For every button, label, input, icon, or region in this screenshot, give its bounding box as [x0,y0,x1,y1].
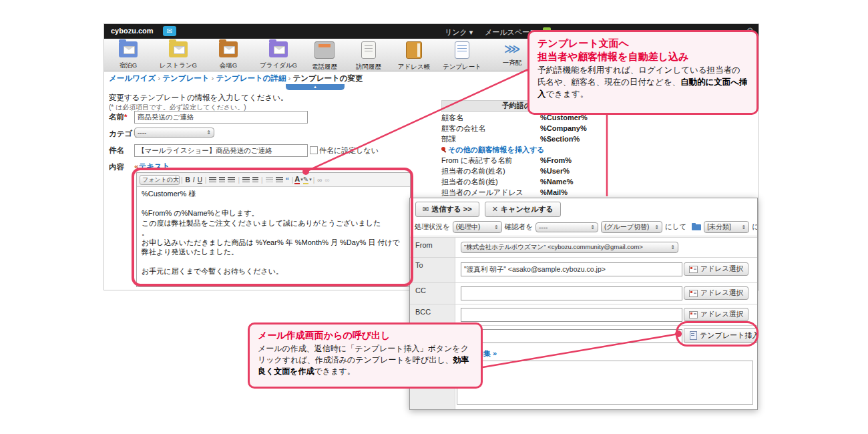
app-kaijo-g[interactable]: 会場G [206,41,250,70]
to-label: To [410,258,455,283]
bcc-input[interactable] [461,308,682,322]
to-row: To "渡真利 朝子" <asako@sample.cybozu.co.jp> … [410,257,757,283]
callout-title: テンプレート文面へ 担当者や顧客情報を自動差し込み [537,37,748,63]
name-label: 名前* [109,112,127,122]
breadcrumb: メールワイズ›テンプレート›テンプレートの詳細›テンプレートの変更 [109,73,363,83]
app-shukuhaku-g[interactable]: 宿泊G [106,41,150,70]
template-doc-icon [690,331,697,340]
cc-label: CC [410,283,455,304]
text-mode-link[interactable]: «テキスト [134,162,170,172]
chevron-down-icon: ▾ [309,177,312,182]
editor-toolbar: フォントの大▾ | B I U | | | “ | A ▾ ✎ ▾ [137,173,410,187]
nishite-label: にして [665,222,686,232]
breadcrumb-template-detail[interactable]: テンプレートの詳細 [216,74,286,82]
breadcrumb-mailwise[interactable]: メールワイズ [109,74,156,82]
chevron-down-icon: ⇕ [654,224,659,230]
screenshot-canvas: cybozu.com ✉ リンク ▾ メールスペース ⚙ 宿泊G レストランG … [0,0,868,434]
chevron-up-icon: ▲ [313,85,317,89]
mail-body-textarea[interactable] [457,361,753,405]
app-phone-history[interactable]: 電話履歴 [302,41,347,71]
address-card-icon [689,290,698,297]
chevron-down-icon: ⇕ [742,224,746,230]
bcc-address-select-button[interactable]: アドレス選択 [684,308,748,321]
confirmer-label: 確認者を [505,222,533,232]
group-switch-select[interactable]: (グループ切替)⇕ [601,221,662,233]
pushpin-icon [441,147,447,152]
ni-label: に [752,222,758,232]
topbar-link-menu[interactable]: リンク ▾ [445,27,473,37]
confirmer-select[interactable]: ----⇕ [535,222,598,232]
status-select[interactable]: (処理中)⇕ [453,221,502,233]
folder-icon [692,224,701,230]
template-body-editor: フォントの大▾ | B I U | | | “ | A ▾ ✎ ▾ [136,172,411,287]
align-center-icon[interactable] [219,177,225,183]
font-size-button[interactable]: フォントの大▾ [140,175,180,185]
highlight-color-button[interactable]: ✎ [303,176,308,184]
app-template[interactable]: テンプレート [440,41,484,71]
chevron-down-icon: ⇕ [590,224,595,230]
app-visit-history[interactable]: 訪問履歴 [347,41,391,71]
numbered-list-icon[interactable] [252,177,258,183]
bullet-list-icon[interactable] [242,177,250,183]
mail-subject-input[interactable] [461,329,682,343]
cybozu-logo: cybozu.com [111,27,154,35]
folder-mail-icon [169,41,188,57]
underline-button[interactable]: U [198,176,202,184]
subject-checkbox[interactable] [310,146,318,154]
breadcrumb-current: テンプレートの変更 [292,74,363,82]
close-icon: ✕ [492,205,498,214]
blockquote-icon[interactable]: “ [286,176,289,184]
template-insert-button[interactable]: テンプレート挿入 [684,328,758,343]
folder-mail-icon [219,41,238,57]
callout-body: 予約語機能を利用すれば、ログインしている担当者の氏名や、顧客名、現在の日付などを… [537,65,748,100]
cc-row: CC アドレス選択 [410,282,757,304]
callout-title: メール作成画面からの呼び出し [258,329,473,341]
cc-input[interactable] [461,286,682,300]
notebook-icon [361,41,376,59]
indent-icon[interactable] [276,177,283,183]
app-address-book[interactable]: アドレス帳 [392,41,436,71]
broadcast-icon: ⋙ [503,41,521,57]
template-body-text[interactable]: %Customer% 様 %From% の%Name%と申します。 この度は弊社… [137,187,410,286]
document-icon [455,41,469,59]
callout-compose-call: メール作成画面からの呼び出し メールの作成、返信時に「テンプレート挿入」ボタンを… [248,322,483,389]
app-bridal-g[interactable]: ブライダルG [256,41,300,70]
breadcrumb-template[interactable]: テンプレート [162,74,209,82]
outdent-icon[interactable] [266,177,273,183]
mail-icon: ✉ [423,205,429,214]
form-instruction: 変更するテンプレートの情報を入力してください。 [109,93,288,103]
align-right-icon[interactable] [228,177,235,183]
folder-mail-icon [119,41,138,57]
font-color-button[interactable]: A [294,176,300,184]
subject-label: 件名 [109,146,124,156]
required-asterisk: * [124,113,127,121]
cc-address-select-button[interactable]: アドレス選択 [684,286,748,300]
cancel-button[interactable]: ✕キャンセルする [485,202,561,217]
callout-auto-insert: テンプレート文面へ 担当者や顧客情報を自動差し込み 予約語機能を利用すれば、ログ… [527,30,758,115]
category-select[interactable]: ---- ⇕ [134,128,214,138]
table-row: 担当者の名前(姓)%Name% [441,176,607,187]
to-input[interactable]: "渡真利 朝子" <asako@sample.cybozu.co.jp> [461,262,682,276]
unlink-icon[interactable]: ∞ [324,176,329,184]
bold-button[interactable]: B [186,176,190,184]
folder-select[interactable]: [未分類]⇕ [704,221,749,233]
app-restaurant-g[interactable]: レストランG [156,41,200,70]
content-label: 内容 [109,162,124,172]
table-row: 顧客の会社名%Company% [441,123,607,134]
toolbar-collapse-tab[interactable]: ▲ [286,84,345,90]
subject-input[interactable]: 【マールライスショー】商品発送のご連絡 [134,144,308,157]
to-address-select-button[interactable]: アドレス選択 [684,262,748,276]
link-icon[interactable]: ∞ [317,176,322,184]
italic-button[interactable]: I [193,176,195,184]
insert-customer-info-link[interactable]: その他の顧客情報を挿入する [448,146,545,154]
address-card-icon [689,311,698,318]
table-row: 部課%Section% [441,134,607,144]
from-select[interactable]: "株式会社ホテルボウズマン" <cybozu.community@gmail.c… [461,242,678,253]
status-label: 処理状況を [415,222,450,232]
status-row: 処理状況を (処理中)⇕ 確認者を ----⇕ (グループ切替)⇕ にして [未… [415,221,758,233]
align-left-icon[interactable] [209,177,216,183]
mail-app-icon[interactable]: ✉ [163,26,176,36]
name-input[interactable]: 商品発送のご連絡 [134,111,308,124]
callout-body: メールの作成、返信時に「テンプレート挿入」ボタンをクリックすれば、作成済みのテン… [258,343,473,377]
send-button[interactable]: ✉送信する >> [415,202,479,217]
